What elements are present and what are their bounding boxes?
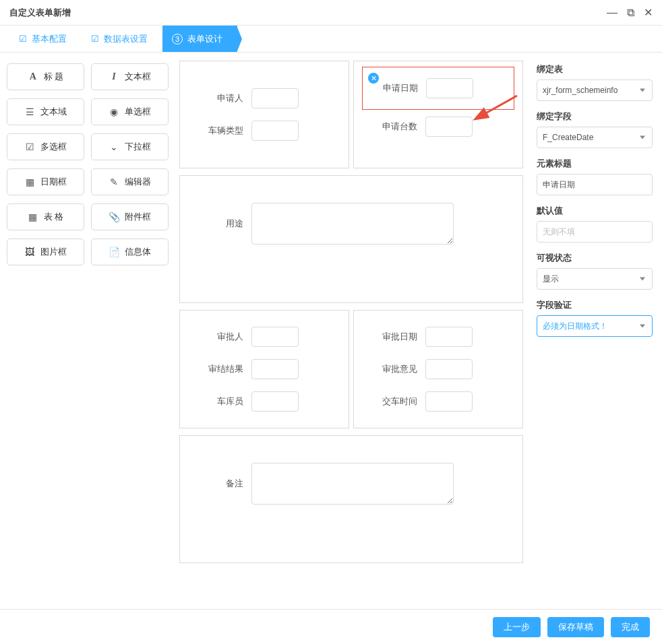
input-garage-staff[interactable] xyxy=(251,391,299,412)
input-deliver-time[interactable] xyxy=(425,391,473,412)
field-applicant[interactable]: 申请人 xyxy=(195,88,334,108)
check-icon: ☑ xyxy=(19,34,27,44)
field-vehicle-type[interactable]: 车辆类型 xyxy=(195,121,334,141)
tool-title[interactable]: A标 题 xyxy=(7,63,84,90)
field-apply-date[interactable]: 申请日期 xyxy=(369,78,507,98)
maximize-icon[interactable]: ⧉ xyxy=(627,7,634,18)
editor-icon: ✎ xyxy=(109,176,119,187)
field-purpose[interactable]: 用途 xyxy=(195,203,508,245)
minimize-icon[interactable]: — xyxy=(607,7,618,18)
select-icon: ⌄ xyxy=(109,141,119,152)
selected-field-wrapper[interactable]: ✕ 申请日期 xyxy=(362,67,514,110)
prop-label-validate: 字段验证 xyxy=(537,299,653,311)
remove-field-icon[interactable]: ✕ xyxy=(368,73,379,84)
prev-step-button[interactable]: 上一步 xyxy=(493,617,541,637)
tool-image[interactable]: 🖼图片框 xyxy=(7,238,84,265)
field-approve-result[interactable]: 审结结果 xyxy=(195,359,334,379)
check-icon: ☑ xyxy=(91,34,99,44)
canvas-cell[interactable]: ✕ 申请日期 申请台数 xyxy=(353,61,523,168)
tool-select[interactable]: ⌄下拉框 xyxy=(91,133,169,160)
textbox-icon: I xyxy=(109,71,119,82)
tool-textarea[interactable]: ☰文本域 xyxy=(7,98,84,125)
input-elem-title[interactable]: 申请日期 xyxy=(537,174,653,195)
tool-textbox[interactable]: I文本框 xyxy=(91,63,169,90)
save-draft-button[interactable]: 保存草稿 xyxy=(547,617,604,637)
radio-icon: ◉ xyxy=(109,106,119,117)
tool-radio[interactable]: ◉单选框 xyxy=(91,98,169,125)
input-approve-opinion[interactable] xyxy=(425,359,473,379)
canvas-cell[interactable]: 审批日期 审批意见 交车时间 xyxy=(353,310,523,428)
tool-attach[interactable]: 📎附件框 xyxy=(91,203,169,230)
input-default-value[interactable] xyxy=(537,221,653,243)
tool-checkbox[interactable]: ☑多选框 xyxy=(7,133,84,160)
textarea-icon: ☰ xyxy=(24,106,35,117)
close-icon[interactable]: ✕ xyxy=(644,7,653,18)
step-basic-config[interactable]: ☑ 基本配置 xyxy=(9,26,82,52)
select-bind-field[interactable]: F_CreateDate xyxy=(537,127,653,148)
tool-date[interactable]: ▦日期框 xyxy=(7,168,84,195)
tool-editor[interactable]: ✎编辑器 xyxy=(91,168,169,195)
prop-label-bind-field: 绑定字段 xyxy=(537,110,653,123)
field-remark[interactable]: 备注 xyxy=(195,463,508,505)
textarea-remark[interactable] xyxy=(251,463,454,505)
component-palette: A标 题 I文本框 ☰文本域 ◉单选框 ☑多选框 ⌄下拉框 ▦日期框 ✎编辑器 … xyxy=(0,53,175,609)
date-icon: ▦ xyxy=(24,176,35,187)
select-bind-table[interactable]: xjr_form_schemeinfo xyxy=(537,79,653,101)
textarea-purpose[interactable] xyxy=(251,203,454,245)
attach-icon: 📎 xyxy=(109,212,119,222)
field-apply-qty[interactable]: 申请台数 xyxy=(369,117,508,137)
prop-label-default: 默认值 xyxy=(537,205,653,217)
prop-label-visible: 可视状态 xyxy=(537,252,653,264)
field-garage-staff[interactable]: 车库员 xyxy=(195,391,334,412)
input-vehicle-type[interactable] xyxy=(251,121,299,141)
input-apply-date[interactable] xyxy=(426,78,473,98)
input-approve-result[interactable] xyxy=(251,359,299,379)
canvas-cell[interactable]: 用途 xyxy=(179,175,523,303)
form-canvas: 申请人 车辆类型 ✕ 申请日期 申请台数 用途 审批人 审结结果 车库员 审批日… xyxy=(175,53,527,609)
input-applicant[interactable] xyxy=(251,88,299,108)
wizard-steps: ☑ 基本配置 ☑ 数据表设置 3 表单设计 xyxy=(0,26,662,53)
tool-table[interactable]: ▦表 格 xyxy=(7,203,84,230)
canvas-cell[interactable]: 备注 xyxy=(179,435,523,563)
field-approve-opinion[interactable]: 审批意见 xyxy=(369,359,508,379)
window-title: 自定义表单新增 xyxy=(9,7,71,19)
prop-label-elem-title: 元素标题 xyxy=(537,158,653,170)
prop-label-bind-table: 绑定表 xyxy=(537,63,653,75)
field-approver[interactable]: 审批人 xyxy=(195,327,334,347)
step-data-table[interactable]: ☑ 数据表设置 xyxy=(82,26,162,52)
input-apply-qty[interactable] xyxy=(425,117,473,137)
select-field-validate[interactable]: 必须为日期格式！ xyxy=(537,315,653,337)
property-panel: 绑定表 xjr_form_schemeinfo 绑定字段 F_CreateDat… xyxy=(527,53,662,609)
input-approve-date[interactable] xyxy=(425,327,473,347)
finish-button[interactable]: 完成 xyxy=(611,617,650,637)
checkbox-icon: ☑ xyxy=(24,141,35,152)
title-icon: A xyxy=(28,71,38,82)
input-approver[interactable] xyxy=(251,327,299,347)
info-icon: 📄 xyxy=(109,247,119,257)
canvas-cell[interactable]: 申请人 车辆类型 xyxy=(179,61,349,168)
step-form-design[interactable]: 3 表单设计 xyxy=(162,26,237,52)
tool-info[interactable]: 📄信息体 xyxy=(91,238,169,265)
image-icon: 🖼 xyxy=(24,247,35,257)
table-icon: ▦ xyxy=(28,212,38,222)
canvas-cell[interactable]: 审批人 审结结果 车库员 xyxy=(179,310,349,428)
select-visible-state[interactable]: 显示 xyxy=(537,268,653,290)
field-deliver-time[interactable]: 交车时间 xyxy=(369,391,508,412)
field-approve-date[interactable]: 审批日期 xyxy=(369,327,508,347)
